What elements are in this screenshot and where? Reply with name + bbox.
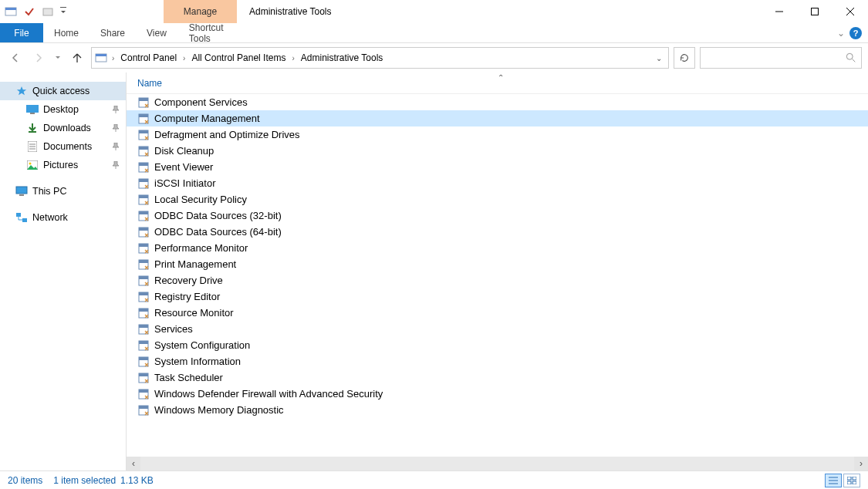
thumbnails-view-button[interactable] xyxy=(843,474,860,487)
file-row[interactable]: Task Scheduler xyxy=(127,369,868,386)
up-button[interactable] xyxy=(68,49,86,67)
sidebar-item-this-pc[interactable]: This PC xyxy=(0,182,126,201)
sidebar-item-pictures[interactable]: Pictures xyxy=(0,156,126,174)
file-row[interactable]: System Configuration xyxy=(127,337,868,353)
svg-rect-2 xyxy=(43,8,52,15)
sidebar-item-desktop[interactable]: Desktop xyxy=(0,100,126,119)
svg-rect-38 xyxy=(139,195,148,198)
file-list[interactable]: Component ServicesComputer ManagementDef… xyxy=(127,94,868,457)
breadcrumb-item[interactable]: All Control Panel Items xyxy=(190,52,287,63)
tab-view[interactable]: View xyxy=(136,23,177,42)
file-row[interactable]: Computer Management xyxy=(127,110,868,126)
sidebar-item-network[interactable]: Network xyxy=(0,208,126,227)
file-row[interactable]: iSCSI Initiator xyxy=(127,175,868,191)
svg-rect-44 xyxy=(139,244,148,247)
body: Quick access DesktopDownloadsDocumentsPi… xyxy=(0,73,868,470)
qat-dropdown-icon[interactable] xyxy=(59,4,68,19)
file-name: Performance Monitor xyxy=(154,242,248,254)
file-name: Component Services xyxy=(154,96,248,108)
context-group-label: Manage xyxy=(184,6,217,17)
svg-line-11 xyxy=(853,59,856,62)
svg-rect-30 xyxy=(139,130,148,133)
tab-shortcut-tools[interactable]: Shortcut Tools xyxy=(177,23,251,42)
file-row[interactable]: Event Viewer xyxy=(127,159,868,175)
file-row[interactable]: ODBC Data Sources (32-bit) xyxy=(127,207,868,224)
search-icon xyxy=(846,52,856,63)
file-row[interactable]: Performance Monitor xyxy=(127,240,868,256)
horizontal-scrollbar[interactable]: ‹ › xyxy=(127,457,868,470)
address-bar[interactable]: › Control Panel › All Control Panel Item… xyxy=(91,47,669,69)
file-row[interactable]: Recovery Drive xyxy=(127,272,868,288)
file-row[interactable]: Registry Editor xyxy=(127,288,868,305)
shortcut-icon xyxy=(137,307,150,319)
file-row[interactable]: Print Management xyxy=(127,256,868,272)
file-name: Disk Cleanup xyxy=(154,145,214,157)
pin-icon xyxy=(112,124,120,132)
sidebar-item-label: This PC xyxy=(32,186,66,197)
details-view-button[interactable] xyxy=(825,474,842,487)
file-row[interactable]: Resource Monitor xyxy=(127,305,868,321)
scroll-track[interactable] xyxy=(140,457,854,470)
close-button[interactable] xyxy=(833,0,868,23)
location-icon xyxy=(95,52,107,64)
minimize-button[interactable] xyxy=(762,0,797,23)
shortcut-icon xyxy=(137,96,150,109)
file-row[interactable]: Local Security Policy xyxy=(127,191,868,207)
file-row[interactable]: System Information xyxy=(127,353,868,369)
column-header-name[interactable]: Name xyxy=(137,78,162,89)
address-dropdown-icon[interactable]: ⌄ xyxy=(656,54,662,62)
sidebar-item-downloads[interactable]: Downloads xyxy=(0,119,126,137)
help-icon[interactable]: ? xyxy=(849,27,862,39)
file-row[interactable]: Defragment and Optimize Drives xyxy=(127,126,868,143)
pin-icon xyxy=(112,143,120,150)
forward-button[interactable] xyxy=(29,49,48,67)
search-input[interactable] xyxy=(700,47,862,69)
tab-home[interactable]: Home xyxy=(43,23,90,42)
file-row[interactable]: Disk Cleanup xyxy=(127,143,868,159)
chevron-right-icon[interactable]: › xyxy=(181,54,187,62)
shortcut-icon xyxy=(137,242,150,255)
svg-rect-3 xyxy=(60,7,66,8)
breadcrumb-item[interactable]: Control Panel xyxy=(119,52,178,63)
svg-rect-58 xyxy=(139,357,148,360)
new-folder-icon[interactable] xyxy=(40,4,56,19)
svg-rect-12 xyxy=(26,105,39,113)
file-row[interactable]: Windows Defender Firewall with Advanced … xyxy=(127,386,868,402)
window-controls xyxy=(762,0,868,23)
column-header-row: Name ⌃ xyxy=(127,73,868,94)
recent-locations-button[interactable] xyxy=(52,49,63,67)
breadcrumb-item[interactable]: Administrative Tools xyxy=(299,52,385,63)
file-row[interactable]: ODBC Data Sources (64-bit) xyxy=(127,224,868,240)
sidebar-item-documents[interactable]: Documents xyxy=(0,137,126,156)
title-bar-center: Manage Administrative Tools xyxy=(71,0,762,23)
svg-rect-28 xyxy=(139,114,148,117)
properties-icon[interactable] xyxy=(22,4,37,19)
shortcut-icon xyxy=(137,323,150,336)
sort-ascending-icon: ⌃ xyxy=(498,73,504,82)
expand-ribbon-icon[interactable]: ⌄ xyxy=(837,28,845,39)
shortcut-icon xyxy=(137,226,150,238)
tab-label: Share xyxy=(100,28,125,39)
downloads-icon xyxy=(26,122,39,134)
file-row[interactable]: Windows Memory Diagnostic xyxy=(127,402,868,418)
status-bar: 20 items 1 item selected 1.13 KB xyxy=(0,470,868,489)
scroll-right-button[interactable]: › xyxy=(854,457,868,470)
chevron-right-icon[interactable]: › xyxy=(110,54,116,62)
scroll-left-button[interactable]: ‹ xyxy=(127,457,140,470)
file-row[interactable]: Services xyxy=(127,321,868,337)
maximize-button[interactable] xyxy=(797,0,833,23)
back-button[interactable] xyxy=(6,49,25,67)
file-row[interactable]: Component Services xyxy=(127,94,868,110)
file-name: Recovery Drive xyxy=(154,275,223,286)
sidebar-item-quick-access[interactable]: Quick access xyxy=(0,82,126,100)
window-title: Administrative Tools xyxy=(249,6,332,17)
view-toggles xyxy=(825,474,860,487)
refresh-button[interactable] xyxy=(674,47,695,69)
svg-rect-71 xyxy=(853,481,856,484)
chevron-right-icon[interactable]: › xyxy=(290,54,296,62)
pin-icon xyxy=(112,106,120,113)
app-icon[interactable] xyxy=(3,4,19,19)
svg-rect-22 xyxy=(19,194,24,196)
file-tab[interactable]: File xyxy=(0,23,43,42)
tab-share[interactable]: Share xyxy=(90,23,136,42)
